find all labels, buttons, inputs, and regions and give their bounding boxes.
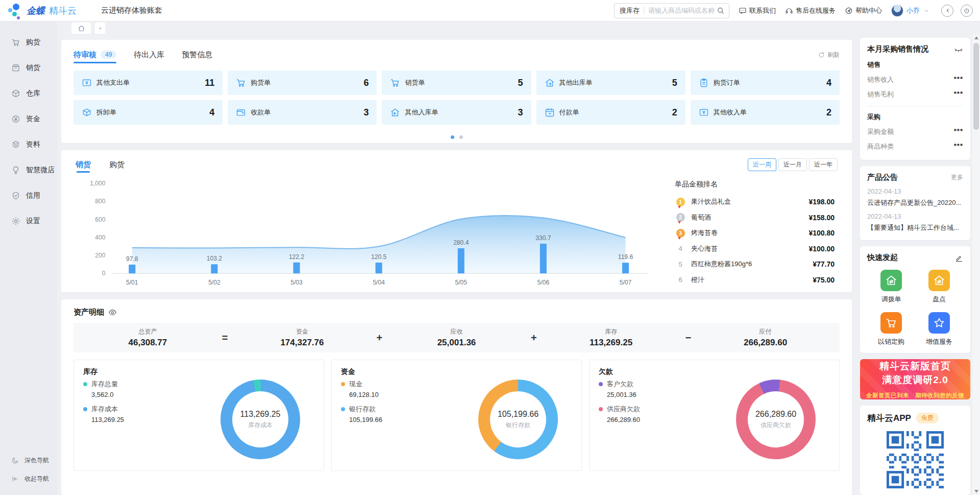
sidebar-item-settings[interactable]: 设置 (0, 208, 57, 234)
tab-purchase[interactable]: 购货 (109, 155, 125, 174)
sidebar-item-credit[interactable]: 信用 (0, 183, 57, 208)
pencil-icon[interactable] (955, 254, 963, 262)
quick-action-vas[interactable]: 增值服务 (915, 312, 963, 346)
scroll-down-arrow[interactable] (972, 487, 980, 495)
product-amount: ¥100.00 (803, 245, 835, 253)
ranking-row[interactable]: 3烤海苔卷¥100.80 (675, 225, 835, 241)
range-month-button[interactable]: 近一月 (778, 158, 807, 171)
after-sales-link[interactable]: 售后在线服务 (785, 6, 836, 15)
item-amount-ranking: 单品金额排名 1果汁饮品礼盒¥198.002葡萄酒¥158.003烤海苔卷¥10… (662, 176, 838, 292)
task-card[interactable]: 拆卸单4 (74, 100, 223, 125)
task-card[interactable]: 其他支出单11 (74, 70, 223, 95)
task-card[interactable]: 收款单3 (228, 100, 377, 125)
back-button[interactable] (941, 5, 953, 17)
tab-pending-inout[interactable]: 待出入库 (134, 46, 164, 63)
legend-dot (83, 382, 87, 386)
dark-nav-toggle[interactable]: 深色导航 (0, 451, 57, 469)
sidebar-item-data[interactable]: 资料 (0, 132, 57, 157)
house-transfer-icon (885, 274, 897, 287)
help-center-link[interactable]: 帮助中心 (845, 6, 882, 15)
range-year-button[interactable]: 近一年 (809, 158, 838, 171)
search-input[interactable] (648, 7, 717, 14)
donut-center-value: 266,289.60 (755, 410, 796, 419)
carousel-dot-1[interactable] (451, 135, 454, 139)
medal-icon: 3 (676, 229, 685, 238)
formula-label: 应收 (418, 327, 495, 336)
carousel-dot-2[interactable] (459, 135, 463, 139)
ranking-row[interactable]: 2葡萄酒¥158.00 (675, 210, 835, 226)
sidebar-item-sales[interactable]: 销货 (0, 55, 57, 81)
search-icon[interactable] (717, 7, 725, 15)
assets-formula: 总资产46,308.77 = 资金174,327.76 + 应收25,001.3… (74, 323, 840, 352)
svg-text:5/06: 5/06 (537, 279, 550, 286)
ranking-row[interactable]: 4夹心海苔¥100.00 (675, 241, 835, 257)
range-week-button[interactable]: 近一周 (748, 158, 776, 171)
asset-box-title: 库存 (83, 367, 314, 376)
username: 小乔 (906, 6, 920, 15)
stock-in-icon (390, 107, 400, 117)
search-scope-label[interactable]: 搜库存 (620, 6, 640, 15)
ranking-row[interactable]: 1果汁饮品礼盒¥198.00 (675, 194, 835, 210)
row-value: *** (954, 90, 963, 99)
task-card[interactable]: 付款单2 (536, 100, 685, 125)
donut-center-label: 供应商欠款 (761, 421, 791, 430)
sidebar-item-smart-store[interactable]: 智慧微店 (0, 157, 57, 183)
task-card[interactable]: 销货单5 (382, 70, 531, 95)
more-link[interactable]: 更多 (951, 173, 963, 182)
eye-closed-icon[interactable] (954, 45, 963, 54)
sidebar-item-warehouse[interactable]: 仓库 (0, 81, 57, 106)
quick-action-transfer[interactable]: 调拨单 (867, 270, 915, 304)
contact-us-link[interactable]: 联系我们 (739, 6, 776, 15)
page-scrollbar[interactable] (972, 34, 980, 495)
sidebar-item-funds[interactable]: 资金 (0, 106, 57, 132)
refresh-button[interactable]: 刷新 (818, 51, 840, 59)
collapse-nav-toggle[interactable]: 收起导航 (0, 469, 57, 488)
user-menu[interactable]: 小乔 (891, 5, 930, 17)
inventory: 库存113,269.25 (573, 327, 649, 348)
task-card[interactable]: 其他收入单2 (691, 100, 840, 125)
ranking-row[interactable]: 6橙汁¥75.00 (675, 272, 835, 288)
task-card[interactable]: 购货单6 (228, 70, 377, 95)
tab-warning-info[interactable]: 预警信息 (182, 46, 212, 63)
assets-detail-panel: 资产明细 总资产46,308.77 = 资金174,327.76 + 应收25,… (61, 299, 852, 495)
task-card-label: 其他入库单 (405, 108, 438, 117)
app-logo[interactable]: 金蝶 精斗云 (7, 3, 77, 18)
calendar-pay-icon (545, 107, 555, 117)
home-tab[interactable] (71, 22, 91, 34)
house-transfer-icon (933, 274, 945, 287)
ranking-row[interactable]: 5西红柿意粉酱190g*6¥77.70 (675, 256, 835, 272)
task-card[interactable]: 其他出库单5 (536, 70, 685, 95)
donut-center-label: 银行存款 (506, 421, 530, 430)
survey-banner[interactable]: 精斗云新版首页 满意度调研2.0 全新首页已到来 期待收到您的反馈 (860, 359, 970, 399)
task-card[interactable]: 购货订单4 (691, 70, 840, 95)
funds-breakdown-panel: 资金 现金 69,128.10 银行存款 105,199.66 105,199.… (331, 360, 582, 471)
tab-dropdown-button[interactable] (95, 22, 105, 34)
svg-text:330.7: 330.7 (535, 234, 551, 242)
search-box[interactable]: 搜库存 (614, 3, 729, 18)
payables: 应付266,289.60 (727, 327, 804, 348)
quick-action-stocktake[interactable]: 盘点 (915, 270, 963, 304)
scroll-up-arrow[interactable] (972, 34, 980, 41)
sidebar-item-label: 资料 (26, 140, 40, 149)
sidebar-item-label: 销货 (26, 63, 40, 73)
quick-action-label: 调拨单 (881, 295, 901, 304)
task-card-count: 5 (518, 78, 523, 88)
task-card[interactable]: 其他入库单3 (382, 100, 531, 125)
power-button[interactable] (961, 5, 973, 17)
announcement-link[interactable]: 【重要通知】精斗云工作台域... (867, 223, 963, 232)
scrollbar-thumb[interactable] (973, 43, 979, 130)
wallet-icon (236, 107, 246, 117)
rank-number: 6 (675, 276, 686, 284)
donut-chart: 113,269.25 库存成本 (220, 380, 300, 459)
purchase-amount-row: 采购金额*** (867, 127, 963, 136)
quick-action-purchase-by-sales[interactable]: 以销定购 (867, 312, 915, 346)
announcement-link[interactable]: 云进销存产品更新公告_20220... (867, 198, 963, 207)
product-amount: ¥158.00 (803, 214, 835, 222)
headset-icon (785, 7, 793, 15)
avatar[interactable] (891, 5, 903, 17)
bulb-icon (11, 166, 20, 175)
sidebar-item-purchase[interactable]: 购货 (0, 30, 57, 55)
tab-pending-approval[interactable]: 待审核 49 (74, 46, 116, 63)
eye-icon[interactable] (108, 308, 117, 317)
tab-sales[interactable]: 销货 (76, 155, 91, 174)
